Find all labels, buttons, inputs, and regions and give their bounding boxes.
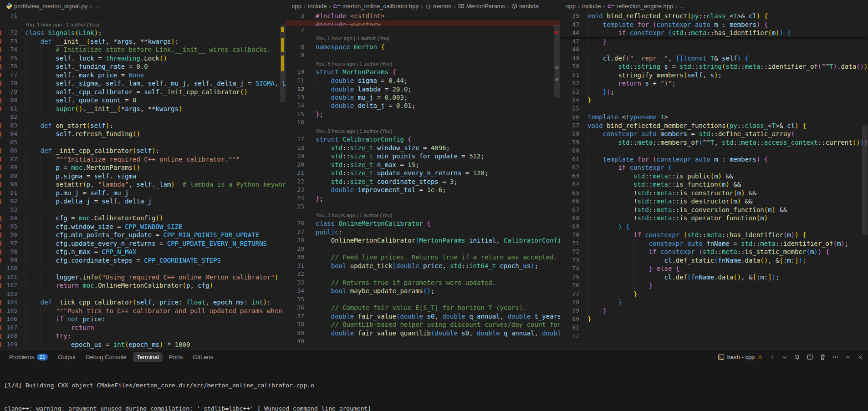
breadcrumb-item[interactable]: MertonParams [458,3,505,10]
code-editor[interactable]: 39void bind_reflected_struct(py::class_<… [560,12,868,350]
code-line: 58constexpr auto members = std::define_s… [560,130,868,138]
code-line: 72class Signals(Link): [0,29,286,37]
code-line: 43template for (constexpr auto m : membe… [560,20,868,29]
terminal-line: [1/4] Building CXX object CMakeFiles/mer… [4,381,868,389]
tab-debug-console[interactable]: Debug Console [82,352,130,362]
close-icon[interactable] [857,354,863,360]
breadcrumb-item[interactable]: C++reflection_engine.hpp [608,3,673,10]
code-line: 85 [0,138,286,147]
code-line: 16 [286,118,560,127]
code-line: 77} [560,290,868,299]
code-line: 11double sigma = 0.44; [286,76,560,85]
code-editor[interactable]: 71You, 1 hour ago | 1 author (You)72clas… [0,12,286,350]
code-line: 79} [560,307,868,315]
code-line: 99cfg.coordinate_steps = CPP_COORDINATE_… [0,256,286,265]
chevron-up-icon[interactable] [845,354,851,360]
split-terminal-icon[interactable] [807,354,813,360]
tab-label: Debug Console [86,354,127,360]
breadcrumb-item[interactable]: lambda [511,3,539,10]
git-blame-annotation: You, 3 hours ago | 1 author (You) [286,127,560,136]
breadcrumb-separator: › [507,3,509,10]
code-line: 71constexpr auto fnName = std::meta::ide… [560,239,868,248]
git-blame-annotation: You, 3 hours ago | 1 author (You) [286,60,560,68]
breadcrumb-separator: › [675,3,677,10]
struct-icon [458,3,465,9]
code-line: 77self._mark_price = None [0,71,286,80]
code-line: 81 [560,324,868,332]
code-line: 80} [560,315,868,324]
code-line: 103 [0,290,286,299]
code-line: 90setattr(p, "lambda", self._lam) # lamb… [0,180,286,189]
breadcrumb-item[interactable]: ... [94,3,99,10]
editor-pane-python: profitview_merton_signal.py›... 71You, 1… [0,0,286,350]
code-line: 18std::size_t window_size = 4096; [286,144,560,152]
breadcrumb-item[interactable]: ... [680,3,685,10]
code-line: 26class OnlineMertonCalibrator { [286,219,560,228]
panel-header: Problems 21 Output Debug Console Termina… [0,350,868,364]
panel-actions: bash - cpp ⚠ [718,354,863,360]
code-line: 7 [286,26,560,35]
trash-icon[interactable] [819,354,826,360]
code-line: 98cfg.n_max = CPP_N_MAX [0,248,286,256]
code-line: 38// QuantLib-based helper using discoun… [286,320,560,329]
overview-ruler[interactable] [554,12,560,350]
breadcrumb-item[interactable]: {}merton [425,3,451,10]
code-line: 94cfg = moc.CalibratorConfig() [0,214,286,223]
breadcrumb-separator: › [90,3,92,10]
tab-gitlens[interactable]: GitLens [189,352,217,362]
overview-ruler[interactable] [280,12,286,350]
breadcrumb-item[interactable]: C++merton_online_calibrator.hpp [333,3,419,10]
breadcrumb-item[interactable]: cpp [292,3,301,10]
code-line: 97cfg.update_every_n_returns = CPP_UPDAT… [0,239,286,248]
code-line: 64std::meta::is_function(m) && [560,180,868,189]
breadcrumb-item[interactable]: cpp [566,3,576,10]
panel-tabs: Problems 21 Output Debug Console Termina… [5,352,217,362]
code-line: 88p = moc.MertonParams() [0,163,286,172]
terminal-session-selector[interactable]: bash - cpp ⚠ [718,354,763,360]
code-line: 69) { [560,223,868,231]
code-line: 28OnlineMertonCalibrator(MertonParams in… [286,236,560,245]
code-line: 71 [0,12,286,20]
tab-problems[interactable]: Problems 21 [5,352,51,362]
code-line: 82 [560,332,868,340]
code-line: 95cfg.window_size = CPP_WINDOW_SIZE [0,223,286,231]
breadcrumb-separator: › [304,3,306,10]
code-line: 32 [286,270,560,279]
problems-count-badge: 21 [37,354,48,360]
code-line: 49cl.def("__repr__", [](const T& self) { [560,54,868,63]
code-editor[interactable]: 3#include <cstdint>#include <vector>7You… [286,12,560,350]
breadcrumb-item[interactable]: profitview_merton_signal.py [6,3,87,10]
tab-label: Problems [9,354,34,360]
editor-pane-calibrator-header: cpp›include›C++merton_online_calibrator.… [286,0,561,350]
chevron-down-icon[interactable] [781,354,788,360]
new-terminal-icon[interactable] [769,354,776,360]
ellipsis-icon[interactable] [832,354,839,360]
code-line: 78self._sigma, self._lam, self._mu_j, se… [0,79,286,88]
tab-output[interactable]: Output [54,352,79,362]
code-line: 39void bind_reflected_struct(py::class_<… [560,12,868,20]
terminal-output[interactable]: [1/4] Building CXX object CMakeFiles/mer… [0,364,868,411]
breadcrumb-separator: › [578,3,580,10]
breadcrumb-item[interactable]: include [582,3,601,10]
code-line: 96cfg.min_points_for_update = CPP_MIN_PO… [0,231,286,239]
code-line: 30// Feed live prices. Returns true if a… [286,253,560,262]
code-line: 13double mu_j = 0.003; [286,93,560,102]
editor-groups: profitview_merton_signal.py›... 71You, 1… [0,0,868,350]
code-line: 60 [560,147,868,155]
tab-ports[interactable]: Ports [165,352,186,362]
overview-ruler[interactable] [862,12,868,350]
code-line: 101logger.info("Using required C++ onlin… [0,273,286,282]
tab-label: Output [58,354,76,360]
gear-icon[interactable] [794,354,801,360]
code-line: 36// Compute fair value E[S_T] for horiz… [286,304,560,312]
tab-terminal[interactable]: Terminal [133,352,163,362]
code-line: 106if not price: [0,315,286,324]
symbol-icon [511,3,517,9]
code-line: 87"""Initialize required C++ online cali… [0,155,286,164]
code-line: 50std::string s = std::string(std::meta:… [560,62,868,71]
code-line: 92p.delta_j = self._delta_j [0,197,286,206]
terminal-session-label: bash - cpp [727,354,755,360]
breadcrumb-item[interactable]: include [308,3,327,10]
code-line: 20std::size_t n_max = 15; [286,161,560,169]
tab-label: Terminal [137,354,159,360]
